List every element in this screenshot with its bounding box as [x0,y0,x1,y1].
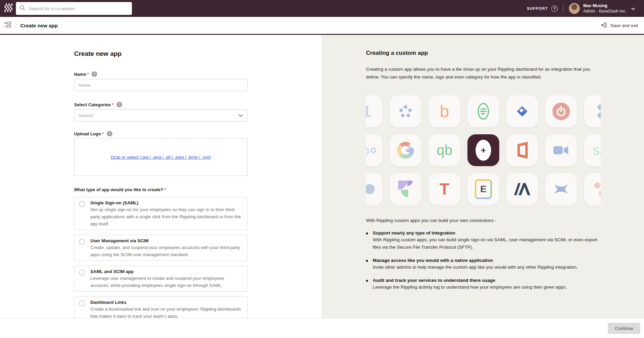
app-type-question: What type of app would you like to creat… [74,187,163,192]
content-area: Create new app Name * ? Select Categorie… [0,35,644,318]
name-field[interactable] [74,79,248,91]
avatar[interactable] [569,3,580,14]
drop-or-select-link[interactable]: Drop or select (.jpg / .png / .gif / .jp… [111,155,211,160]
bullet-title: Audit and track your services to underst… [373,278,601,283]
coworker-search[interactable] [16,2,132,15]
logo-dropzone[interactable]: Drop or select (.jpg / .png / .gif / .jp… [74,138,248,176]
upload-logo-label: Upload Logo [74,131,101,136]
add-to-list-icon[interactable] [4,21,11,29]
option-description: Create, update, and suspend your employe… [90,244,242,258]
name-label: Name [74,72,86,77]
chevron-down-icon[interactable] [631,5,635,12]
plus-icon: + [476,140,491,161]
option-title: Dashboard Links [90,300,242,305]
search-icon [20,5,25,12]
app-tile-b-icon: b [429,95,460,127]
bullet-icon [366,232,368,234]
info-heading: Creating a custom app [366,50,601,57]
app-tile-diamond-icon [506,95,538,127]
custom-app-plus-tile: + [467,134,499,166]
wizard-footer: Continue [0,318,644,338]
user-role: Admin · BaseDash Inc. [583,8,626,14]
page-title: Create new app [20,23,58,28]
option-description: Create a bookmarked link and icon on you… [90,306,242,320]
app-tile-google-g-icon [390,134,421,166]
option-title: User Management via SCIM [90,238,242,243]
app-type-option-saml[interactable]: Single Sign-on (SAML) Set up single sign… [74,197,248,230]
app-tile-diamonds-icon [584,95,601,127]
app-tile-power-icon [545,95,577,127]
form-heading: Create new app [74,50,248,58]
app-type-option-scim[interactable]: User Management via SCIM Create, update,… [74,235,248,261]
name-help-icon[interactable]: ? [92,71,97,77]
option-title: Single Sign-on (SAML) [90,200,242,205]
bullet-description: Invite other admins to help manage the c… [373,264,601,271]
save-and-exit-label: Save and exit [610,23,638,28]
info-panel: Creating a custom app Creating a custom … [321,35,644,318]
option-description: Set up single sign-on for your employees… [90,206,242,227]
support-link[interactable]: SUPPORT [527,6,548,10]
app-tile-video-camera-icon [545,134,577,166]
topbar: SUPPORT ? Max Musing Admin · BaseDash In… [0,0,644,17]
required-asterisk: * [112,102,114,107]
list-item: Manage access like you would with a nati… [366,258,601,271]
bullet-icon [366,260,368,262]
continue-button[interactable]: Continue [608,323,640,334]
app-tile-oval-lines-icon [467,95,499,127]
app-tile-t-icon: T [429,173,460,205]
categories-select[interactable] [74,107,248,121]
bullet-description: With Rippling custom apps, you can build… [373,236,601,251]
app-type-option-saml-scim[interactable]: SAML and SCIM app Leverage user manageme… [74,266,248,292]
radio-button[interactable] [79,201,85,207]
bullet-description: Leverage the Rippling acitivty log to un… [373,284,601,291]
app-tile-cloud-icon [366,173,383,205]
topbar-divider [563,4,564,13]
create-app-form: Create new app Name * ? Select Categorie… [74,35,248,322]
app-tile-atlassian-a-icon [506,173,538,205]
radio-button[interactable] [79,270,85,275]
bullet-title: Manage access like you would with a nati… [373,258,601,263]
user-menu[interactable]: Max Musing Admin · BaseDash Inc. [569,3,635,14]
radio-button[interactable] [79,239,85,245]
upload-help-icon[interactable]: ? [107,131,112,136]
app-tile-ledger-icon: 1 [366,95,383,127]
app-tile-bowtie-icon [545,173,577,205]
app-tile-leaf-icon [390,173,421,205]
bullet-title: Support nearly any type of integration [373,230,601,235]
benefits-list: Support nearly any type of integration W… [366,230,601,291]
search-input[interactable] [28,6,128,12]
list-item: Audit and track your services to underst… [366,278,601,291]
rippling-logo-icon[interactable] [4,3,13,14]
categories-help-icon[interactable]: ? [117,102,122,107]
page-toolbar: Create new app Save and exit [0,17,644,35]
app-tile-dots-icon [584,173,601,205]
option-description: Leverage user management to create and s… [90,275,242,289]
app-tiles-illustration: 1 b [366,95,601,205]
app-tile-office-icon [506,134,538,166]
exit-icon [601,22,607,29]
connections-line: With Rippling custom apps you can build … [366,218,601,223]
app-tile-sage-icon: sa [584,134,601,166]
help-icon[interactable]: ? [551,5,558,12]
categories-search-input[interactable] [74,109,248,121]
user-name: Max Musing [583,3,626,8]
option-title: SAML and SCIM app [90,269,242,274]
app-tile-pentagon-icon [390,95,421,127]
app-tile-quickbooks-icon: qb [429,134,460,166]
bullet-icon [366,280,368,282]
save-and-exit-button[interactable]: Save and exit [601,22,638,29]
list-item: Support nearly any type of integration W… [366,230,601,251]
app-tile-ro-icon: ro [366,134,383,166]
toolbar-divider [16,21,16,30]
required-asterisk: * [87,72,89,77]
app-type-options: Single Sign-on (SAML) Set up single sign… [74,197,248,322]
info-intro: Creating a custom app allows you to have… [366,65,596,81]
categories-label: Select Categories [74,102,111,107]
required-asterisk: * [102,131,104,136]
radio-button[interactable] [79,300,85,306]
required-asterisk: * [164,187,166,192]
app-tile-expensify-e-icon: E [467,173,499,205]
